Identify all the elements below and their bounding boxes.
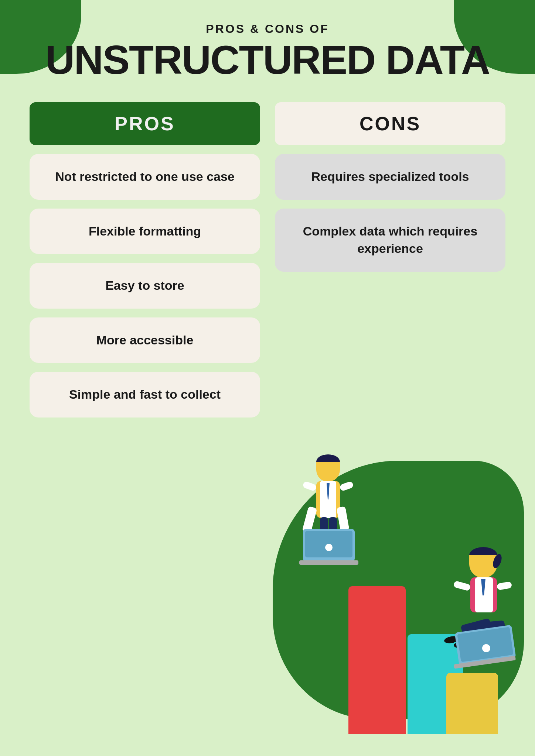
main-title: UNSTRUCTURED DATA — [30, 39, 505, 80]
pros-item-5: Simple and fast to collect — [30, 372, 260, 417]
svg-rect-25 — [453, 581, 471, 591]
pros-item-2: Flexible formatting — [30, 209, 260, 254]
pros-item-4: More accessible — [30, 317, 260, 363]
cons-column: CONS Requires specialized tools Complex … — [275, 102, 505, 417]
columns: PROS Not restricted to one use case Flex… — [30, 102, 505, 417]
subtitle: PROS & CONS OF — [30, 22, 505, 36]
pros-column: PROS Not restricted to one use case Flex… — [30, 102, 260, 417]
bar-red — [348, 586, 406, 734]
cons-header: CONS — [275, 102, 505, 145]
pros-item-3: Easy to store — [30, 263, 260, 309]
svg-rect-17 — [316, 462, 340, 470]
person-standing — [280, 433, 376, 588]
pros-item-1: Not restricted to one use case — [30, 154, 260, 200]
svg-rect-15 — [299, 560, 358, 565]
svg-rect-26 — [497, 581, 512, 591]
svg-rect-7 — [337, 506, 350, 531]
page-content: PROS & CONS OF UNSTRUCTURED DATA PROS No… — [0, 0, 535, 440]
cons-item-1: Requires specialized tools — [275, 154, 505, 200]
svg-rect-5 — [339, 481, 354, 491]
pros-header: PROS — [30, 102, 260, 145]
person-sitting — [420, 535, 524, 682]
svg-rect-4 — [302, 481, 317, 491]
cons-item-2: Complex data which requires experience — [275, 209, 505, 272]
svg-rect-20 — [469, 555, 497, 564]
svg-point-14 — [325, 544, 333, 551]
